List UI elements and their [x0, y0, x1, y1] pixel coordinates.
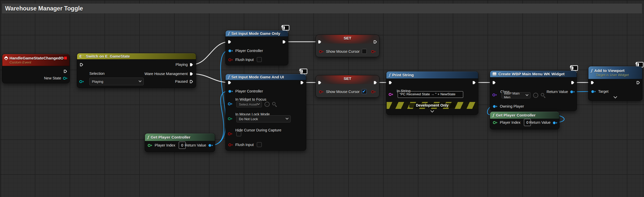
flush-input-label: Flush Input — [235, 58, 254, 62]
node-title: Get Player Controller — [496, 113, 535, 118]
paused-exec-pin[interactable] — [189, 80, 193, 84]
node-add-to-viewport[interactable]: ƒ Add to Viewport Target is User Widget … — [588, 66, 642, 101]
exec-in-pin[interactable] — [318, 40, 322, 44]
playing-exec-pin[interactable] — [189, 63, 193, 67]
hide-cursor-during-capture-label: Hide Cursor During Capture — [235, 128, 281, 132]
flush-input-pin[interactable] — [228, 143, 233, 147]
in-mouse-lock-mode-pin[interactable] — [228, 117, 233, 120]
class-pin[interactable] — [492, 93, 497, 97]
show-mouse-cursor-checkbox[interactable] — [362, 89, 367, 94]
node-set-show-mouse-cursor-on[interactable]: SET Show Mouse Cursor — [315, 75, 379, 98]
hide-cursor-checkbox[interactable] — [236, 131, 241, 136]
show-mouse-cursor-out-pin[interactable] — [371, 90, 376, 94]
node-create-wbp-main-menu-widget[interactable]: Create WBP Main Menu WK Widget Class Ret… — [490, 70, 577, 111]
output-warehouse-label: Ware House Management — [144, 72, 188, 76]
return-value-pin[interactable] — [553, 121, 558, 125]
in-widget-to-focus-label: In Widget to Focus — [235, 97, 266, 101]
widget-icon — [492, 72, 497, 76]
exec-out-pin[interactable] — [472, 81, 476, 85]
owning-player-label: Owning Player — [500, 104, 524, 108]
browse-asset-icon[interactable] — [541, 93, 544, 96]
exec-out-pin[interactable] — [636, 81, 640, 85]
exec-out-pin[interactable] — [571, 81, 575, 85]
exec-out-pin[interactable] — [282, 40, 286, 44]
player-index-pin[interactable] — [493, 121, 498, 124]
player-index-pin[interactable] — [147, 144, 153, 147]
player-controller-label: Player Controller — [235, 89, 263, 93]
use-selected-asset-icon[interactable]: ← — [533, 93, 538, 98]
exec-out-pin[interactable] — [64, 69, 67, 73]
node-title: Add to Viewport — [594, 68, 625, 73]
comment-title-bar[interactable]: Warehouse Manager Toggle — [2, 4, 642, 13]
new-state-pin[interactable] — [63, 77, 68, 80]
chevron-down-icon — [525, 93, 528, 96]
exec-out-pin[interactable] — [373, 81, 377, 85]
player-controller-label: Player Controller — [235, 49, 263, 53]
show-mouse-cursor-checkbox[interactable] — [362, 49, 367, 54]
exec-in-pin[interactable] — [388, 81, 392, 85]
warehouse-exec-pin[interactable] — [189, 72, 193, 76]
selection-label: Selection — [89, 71, 105, 76]
return-value-pin[interactable] — [570, 90, 575, 94]
function-icon: ƒ — [591, 68, 592, 73]
node-set-input-mode-game-only[interactable]: ƒ Set Input Mode Game Only Player Contro… — [225, 30, 288, 65]
return-value-pin[interactable] — [208, 144, 213, 147]
show-mouse-cursor-in-pin[interactable] — [319, 90, 324, 94]
show-mouse-cursor-in-pin[interactable] — [319, 50, 324, 53]
class-dropdown[interactable]: WBP Main Men — [501, 92, 531, 98]
function-icon: ƒ — [389, 73, 390, 77]
expand-node-button[interactable] — [386, 109, 478, 112]
exec-in-pin[interactable] — [80, 63, 83, 67]
show-mouse-cursor-out-pin[interactable] — [371, 50, 376, 53]
exec-out-pin[interactable] — [373, 40, 377, 44]
browse-asset-icon[interactable] — [272, 102, 276, 105]
flush-input-checkbox[interactable] — [257, 142, 262, 147]
player-controller-pin[interactable] — [228, 49, 233, 53]
node-print-string[interactable]: ƒ Print String In String "PC Received St… — [386, 71, 478, 115]
hide-cursor-during-capture-pin[interactable] — [228, 132, 233, 136]
node-set-input-mode-game-and-ui[interactable]: ƒ Set Input Mode Game And UI Player Cont… — [225, 74, 306, 151]
node-title: Create WBP Main Menu WK Widget — [498, 72, 565, 76]
selection-dropdown[interactable]: Playing — [89, 78, 144, 85]
node-get-player-controller-b[interactable]: ƒ Get Player Controller Player Index 0 R… — [490, 111, 559, 129]
in-string-input[interactable]: "PC Received State → " + NewState — [398, 91, 463, 98]
selection-pin[interactable] — [79, 80, 84, 83]
exec-in-pin[interactable] — [228, 81, 231, 85]
function-icon: ƒ — [228, 31, 229, 36]
chevron-down-icon — [286, 117, 288, 120]
expand-node-button[interactable] — [588, 95, 642, 98]
function-icon: ƒ — [492, 113, 494, 118]
widget-asset-dropdown[interactable]: Select Asset — [236, 101, 262, 107]
flush-input-checkbox[interactable] — [257, 57, 262, 62]
player-controller-pin[interactable] — [228, 90, 233, 93]
output-paused-label: Paused — [175, 79, 188, 84]
in-widget-to-focus-pin[interactable] — [228, 102, 233, 106]
target-label: Target — [598, 89, 608, 94]
exec-in-pin[interactable] — [492, 81, 496, 85]
owning-player-pin[interactable] — [493, 105, 498, 108]
exec-in-pin[interactable] — [228, 40, 231, 44]
node-handle-game-state-changed-old[interactable]: HandleGameStateChangedOld Custom Event N… — [2, 54, 70, 83]
node-get-player-controller-a[interactable]: ƒ Get Player Controller Player Index 0 R… — [145, 133, 215, 152]
target-pin[interactable] — [591, 90, 596, 93]
node-set-show-mouse-cursor-off[interactable]: SET Show Mouse Cursor — [315, 35, 379, 57]
show-mouse-cursor-label: Show Mouse Cursor — [326, 49, 360, 54]
return-value-label: Return Value — [529, 120, 551, 125]
node-title: Switch on E_GameState — [86, 54, 130, 58]
blueprint-graph-canvas[interactable]: Warehouse Manager Toggle HandleGameState… — [0, 0, 644, 197]
in-string-pin[interactable] — [388, 93, 394, 96]
exec-in-pin[interactable] — [318, 81, 322, 85]
flush-input-label: Flush Input — [235, 143, 254, 147]
use-selected-asset-icon[interactable]: ← — [265, 102, 270, 107]
node-switch-on-e-gamestate[interactable]: Ɛ→ Switch on E_GameState Selection Playi… — [77, 53, 196, 88]
node-title: Print String — [392, 73, 414, 77]
expand-chevron-icon — [430, 109, 434, 112]
player-index-label: Player Index — [155, 143, 175, 147]
node-subtitle: Custom Event — [9, 60, 31, 64]
flush-input-pin[interactable] — [228, 58, 233, 61]
exec-in-pin[interactable] — [590, 81, 594, 85]
mouse-lock-mode-dropdown[interactable]: Do Not Lock — [236, 115, 291, 122]
chevron-down-icon — [139, 79, 141, 82]
event-override-indicator — [64, 56, 67, 60]
exec-out-pin[interactable] — [300, 81, 304, 85]
